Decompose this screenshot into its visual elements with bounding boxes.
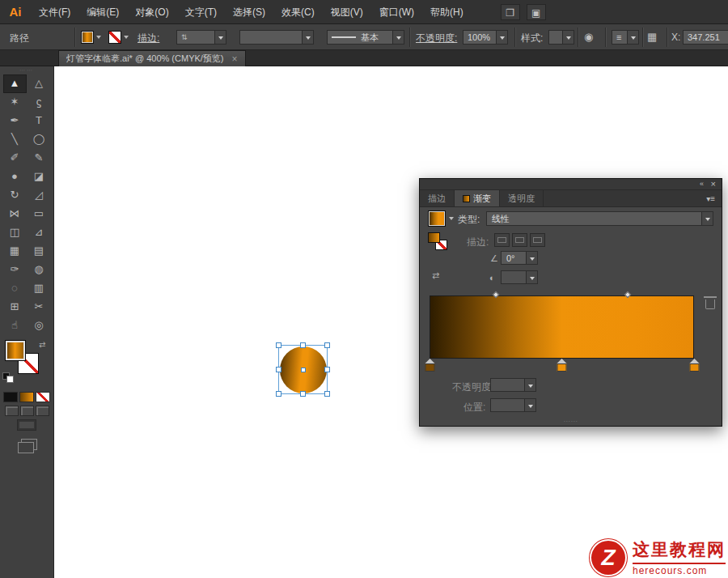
tab-gradient[interactable]: 渐变	[455, 190, 500, 206]
reverse-gradient-icon[interactable]: ⇄	[432, 270, 439, 281]
recolor-artwork-icon[interactable]: ◉	[584, 31, 593, 43]
menu-edit[interactable]: 编辑(E)	[78, 0, 127, 24]
stroke-weight-label[interactable]: 描边:	[138, 32, 159, 45]
tab-transparency[interactable]: 透明度	[500, 190, 544, 206]
default-fill-stroke-icon[interactable]	[2, 372, 15, 384]
arrange-documents-icon[interactable]: ▣	[527, 4, 546, 20]
opacity-label[interactable]: 不透明度:	[416, 32, 457, 45]
eraser-tool[interactable]: ◪	[28, 168, 51, 186]
chevron-down-icon[interactable]	[701, 212, 713, 225]
delete-stop-icon[interactable]	[705, 300, 715, 309]
type-tool[interactable]: T	[28, 112, 51, 130]
line-segment-tool[interactable]: ╲	[3, 130, 27, 149]
menu-view[interactable]: 视图(V)	[323, 0, 371, 24]
symbol-sprayer-tool[interactable]: ◌	[3, 279, 27, 298]
style-combo[interactable]	[548, 30, 574, 45]
brush-definition-combo[interactable]	[239, 30, 314, 45]
x-coordinate-field[interactable]: 347.251	[683, 30, 728, 45]
opacity-combo[interactable]: 100%	[463, 30, 508, 45]
gradient-fill-stroke-proxy[interactable]	[428, 232, 449, 252]
ellipse-tool[interactable]: ◯	[28, 130, 51, 149]
menu-type[interactable]: 文字(T)	[177, 0, 225, 24]
stroke-gradient-within-button[interactable]	[494, 233, 510, 247]
stop-position-combo[interactable]	[490, 398, 536, 412]
eyedropper-tool[interactable]: ✑	[3, 261, 27, 279]
align-combo[interactable]: ≡	[612, 30, 639, 45]
stroke-color-swatch[interactable]	[108, 30, 129, 45]
shape-builder-tool[interactable]: ◫	[3, 223, 27, 242]
selection-handle[interactable]	[276, 367, 281, 372]
tab-stroke[interactable]: 描边	[420, 190, 455, 206]
stroke-gradient-across-button[interactable]	[530, 233, 545, 247]
draw-inside-button[interactable]	[36, 406, 49, 416]
fill-swatch[interactable]	[5, 340, 26, 361]
document-tab[interactable]: 灯管字体临摹.ai* @ 400% (CMYK/预览) ×	[58, 50, 246, 66]
aspect-ratio-combo[interactable]	[501, 270, 538, 284]
gradient-type-dropdown[interactable]: 线性	[486, 211, 713, 226]
blob-brush-tool[interactable]: ●	[3, 168, 27, 186]
none-button[interactable]	[36, 392, 50, 402]
chevron-down-icon[interactable]	[562, 31, 574, 44]
blend-tool[interactable]: ◍	[28, 261, 51, 279]
column-graph-tool[interactable]: ▥	[28, 279, 51, 298]
selection-handle[interactable]	[324, 367, 330, 372]
lasso-tool[interactable]: ϛ	[28, 93, 51, 112]
pencil-tool[interactable]: ✎	[28, 149, 51, 168]
bridge-icon[interactable]: ❐	[501, 4, 520, 20]
slice-tool[interactable]: ✂	[28, 298, 51, 317]
selection-center-point[interactable]	[301, 368, 306, 372]
selection-handle[interactable]	[276, 391, 281, 397]
color-button[interactable]	[3, 392, 18, 402]
close-icon[interactable]: ×	[232, 53, 238, 65]
selection-handle[interactable]	[324, 342, 330, 348]
swap-fill-stroke-icon[interactable]: ⇄	[39, 340, 45, 349]
stroke-gradient-along-button[interactable]	[512, 233, 527, 247]
chevron-down-icon[interactable]	[627, 31, 638, 44]
transform-grid-icon[interactable]: ▦	[647, 31, 657, 43]
gradient-slider-bar[interactable]	[430, 295, 694, 359]
stop-opacity-combo[interactable]	[490, 378, 536, 392]
panel-resize-grip[interactable]: ⋯⋯	[420, 419, 722, 425]
selection-tool[interactable]: ▲	[3, 74, 27, 93]
paintbrush-tool[interactable]: ✐	[3, 149, 27, 168]
menu-window[interactable]: 窗口(W)	[371, 0, 422, 24]
selection-handle[interactable]	[300, 342, 306, 348]
panel-menu-icon[interactable]: ▾≡	[706, 190, 715, 207]
menu-select[interactable]: 选择(S)	[225, 0, 273, 24]
draw-normal-button[interactable]	[5, 406, 19, 416]
gradient-stop[interactable]	[689, 359, 700, 372]
zoom-tool[interactable]: ◎	[28, 317, 51, 335]
artboard-tool[interactable]: ⊞	[3, 298, 27, 317]
pen-tool[interactable]: ✒	[3, 112, 27, 130]
artboard-canvas[interactable]: « × 描边 渐变 透明度 ▾≡ 类型: 线性 描边: ⇄ ∠	[54, 66, 728, 578]
draw-behind-button[interactable]	[20, 406, 34, 416]
toolbar-grip[interactable]: ⋯⋯	[0, 66, 53, 74]
gradient-thumbnail[interactable]	[428, 210, 446, 227]
selection-handle[interactable]	[324, 391, 330, 397]
scale-tool[interactable]: ◿	[28, 186, 51, 205]
chevron-down-icon[interactable]	[496, 31, 507, 44]
gradient-button[interactable]	[19, 392, 34, 402]
hand-tool[interactable]: ☝	[3, 317, 27, 335]
chevron-down-icon[interactable]	[524, 379, 535, 391]
close-panel-icon[interactable]: ×	[711, 179, 716, 189]
selection-handle[interactable]	[276, 342, 281, 348]
selection-handle[interactable]	[300, 391, 306, 397]
gradient-tool[interactable]: ▤	[28, 242, 51, 261]
chevron-down-icon[interactable]	[526, 271, 537, 283]
spinner-icon[interactable]: ⇅	[181, 33, 188, 41]
perspective-grid-tool[interactable]: ⊿	[28, 223, 51, 242]
width-profile-combo[interactable]: 基本	[327, 30, 404, 45]
menu-effect[interactable]: 效果(C)	[273, 0, 323, 24]
width-tool[interactable]: ⋈	[3, 205, 27, 223]
chevron-down-icon[interactable]	[214, 31, 226, 44]
fill-color-swatch[interactable]	[81, 30, 101, 45]
menu-file[interactable]: 文件(F)	[31, 0, 78, 24]
screen-mode-button[interactable]	[17, 419, 36, 431]
stroke-weight-combo[interactable]: ⇅	[176, 30, 226, 45]
chevron-down-icon[interactable]	[524, 399, 535, 411]
mesh-tool[interactable]: ▦	[3, 242, 27, 261]
menu-help[interactable]: 帮助(H)	[422, 0, 472, 24]
chevron-down-icon[interactable]	[302, 31, 313, 44]
rotate-tool[interactable]: ↻	[3, 186, 27, 205]
